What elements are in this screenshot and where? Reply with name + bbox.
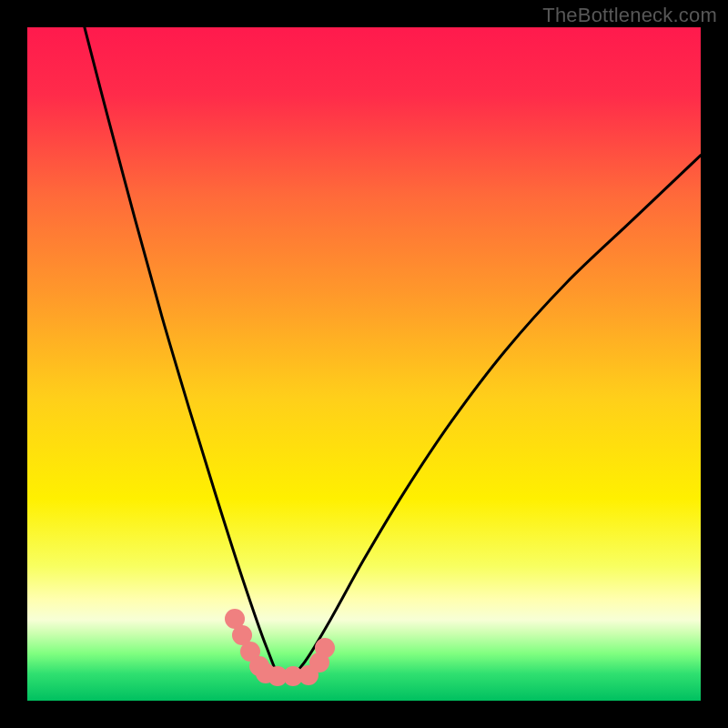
outer-frame: TheBottleneck.com: [0, 0, 728, 728]
bottleneck-curve: [27, 27, 701, 701]
watermark-text: TheBottleneck.com: [542, 4, 717, 27]
plot-area: [27, 27, 701, 701]
